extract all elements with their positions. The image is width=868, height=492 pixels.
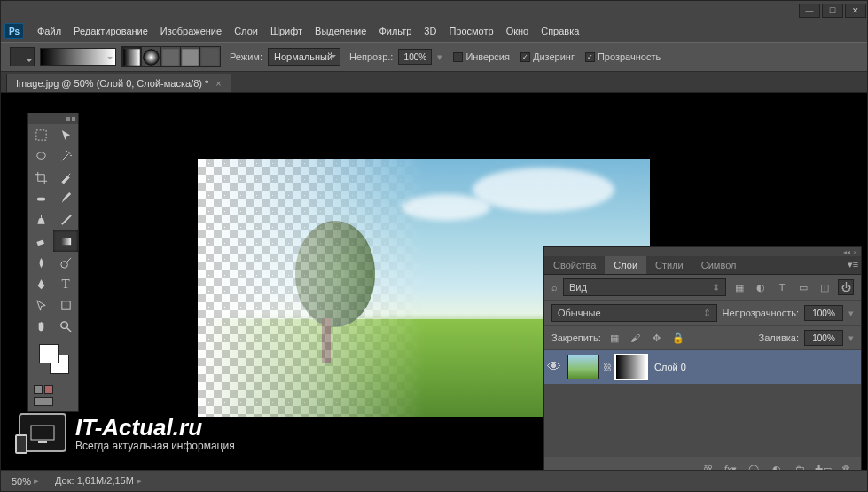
quick-mask-toggle[interactable] — [28, 383, 78, 395]
adjustment-layer-icon[interactable]: ◐ — [769, 461, 785, 470]
minimize-button[interactable]: — — [799, 4, 820, 18]
reverse-checkbox[interactable]: Инверсия — [453, 51, 510, 62]
transparency-checkbox[interactable]: ✓ Прозрачность — [585, 51, 661, 62]
tab-symbol[interactable]: Символ — [692, 256, 746, 274]
filter-pixel-icon[interactable]: ▦ — [731, 279, 747, 295]
workspace: T ◂◂× — [1, 93, 867, 470]
layer-effects-icon[interactable]: fx▾ — [723, 461, 739, 470]
opacity-value[interactable]: 100% — [398, 49, 432, 65]
menu-help[interactable]: Справка — [535, 23, 585, 39]
gradient-reflected-button[interactable] — [181, 47, 200, 66]
tab-layers[interactable]: Слои — [605, 256, 646, 274]
layer-name[interactable]: Слой 0 — [654, 362, 686, 372]
gradient-preview[interactable] — [40, 48, 116, 66]
eraser-tool[interactable] — [28, 230, 53, 252]
tab-styles[interactable]: Стили — [646, 256, 692, 274]
gradient-diamond-button[interactable] — [200, 47, 220, 66]
menu-select[interactable]: Выделение — [309, 23, 372, 39]
fill-label: Заливка: — [759, 332, 799, 343]
titlebar: — ☐ ✕ — [1, 1, 867, 20]
link-layers-icon[interactable]: ⛓ — [700, 461, 716, 470]
menu-file[interactable]: Файл — [31, 23, 67, 39]
blend-mode-dropdown[interactable]: Обычные⇕ — [551, 304, 717, 322]
new-group-icon[interactable]: 🗀 — [792, 461, 808, 470]
magic-wand-tool[interactable] — [53, 145, 78, 167]
hand-tool[interactable] — [28, 316, 53, 337]
type-tool[interactable]: T — [53, 273, 78, 294]
filter-smart-icon[interactable]: ◫ — [817, 279, 833, 295]
fill-value[interactable]: 100% — [804, 330, 843, 346]
path-select-tool[interactable] — [28, 294, 53, 316]
layer-thumbnail[interactable] — [567, 355, 599, 379]
filter-type-icon[interactable]: T — [774, 279, 790, 295]
lock-all-icon[interactable]: 🔒 — [670, 330, 686, 346]
lock-position-icon[interactable]: ✥ — [649, 330, 665, 346]
svg-point-6 — [36, 152, 44, 159]
brush-tool[interactable] — [53, 188, 78, 209]
filter-shape-icon[interactable]: ▭ — [795, 279, 811, 295]
document-tab[interactable]: Image.jpg @ 50% (Слой 0, Слой-маска/8) *… — [6, 74, 231, 92]
menu-edit[interactable]: Редактирование — [67, 23, 154, 39]
menu-type[interactable]: Шрифт — [264, 23, 309, 39]
filter-toggle-icon[interactable]: ⏻ — [838, 279, 854, 295]
healing-tool[interactable] — [28, 188, 53, 209]
foreground-color-swatch[interactable] — [39, 344, 59, 363]
gradient-radial-button[interactable] — [142, 47, 161, 66]
gradient-tool[interactable] — [53, 230, 78, 252]
svg-rect-7 — [36, 197, 44, 200]
lasso-tool[interactable] — [28, 145, 53, 167]
panel-header[interactable]: ◂◂× — [544, 247, 861, 256]
color-swatches[interactable] — [34, 339, 73, 381]
mask-link-icon[interactable]: ⛓ — [603, 363, 612, 372]
dodge-tool[interactable] — [53, 252, 78, 273]
menu-3d[interactable]: 3D — [418, 23, 442, 39]
visibility-toggle-icon[interactable]: 👁 — [544, 359, 564, 375]
app-logo[interactable]: Ps — [4, 23, 24, 39]
watermark-subtitle: Всегда актуальная информация — [75, 440, 235, 452]
add-mask-icon[interactable]: ◯ — [746, 461, 762, 470]
clone-stamp-tool[interactable] — [28, 209, 53, 230]
svg-rect-5 — [35, 129, 45, 139]
panel-close-icon[interactable]: × — [853, 248, 857, 256]
eyedropper-tool[interactable] — [53, 167, 78, 188]
tools-panel-header[interactable] — [28, 113, 78, 124]
move-tool[interactable] — [53, 124, 78, 145]
search-icon: ⌕ — [551, 282, 558, 293]
maximize-button[interactable]: ☐ — [822, 4, 843, 18]
panel-menu-icon[interactable]: ▾≡ — [845, 256, 861, 272]
crop-tool[interactable] — [28, 167, 53, 188]
gradient-angle-button[interactable] — [161, 47, 181, 66]
menu-filter[interactable]: Фильтр — [372, 23, 418, 39]
menu-view[interactable]: Просмотр — [442, 23, 499, 39]
pen-tool[interactable] — [28, 273, 53, 294]
tab-properties[interactable]: Свойства — [544, 256, 605, 274]
zoom-indicator[interactable]: 50%▸ — [12, 475, 39, 487]
lock-transparency-icon[interactable]: ▦ — [606, 330, 622, 346]
screen-mode-toggle[interactable] — [28, 395, 78, 408]
doc-size-indicator[interactable]: Док: 1,61M/2,15M ▸ — [55, 475, 142, 487]
shape-tool[interactable] — [53, 294, 78, 316]
mask-thumbnail[interactable] — [615, 355, 647, 379]
blur-tool[interactable] — [28, 252, 53, 273]
gradient-type-group — [121, 46, 221, 67]
menu-image[interactable]: Изображение — [154, 23, 228, 39]
menu-window[interactable]: Окно — [500, 23, 536, 39]
gradient-linear-button[interactable] — [122, 47, 142, 66]
marquee-tool[interactable] — [28, 124, 53, 145]
document-tab-close-icon[interactable]: × — [215, 78, 221, 89]
close-button[interactable]: ✕ — [845, 4, 866, 18]
tool-preset-picker[interactable] — [10, 47, 35, 66]
menu-layers[interactable]: Слои — [228, 23, 264, 39]
filter-adjust-icon[interactable]: ◐ — [753, 279, 769, 295]
filter-type-dropdown[interactable]: Вид⇕ — [563, 278, 726, 296]
layer-opacity-value[interactable]: 100% — [804, 305, 843, 321]
lock-pixels-icon[interactable]: 🖌 — [628, 330, 644, 346]
dither-checkbox[interactable]: ✓ Дизеринг — [520, 51, 575, 62]
new-layer-icon[interactable]: ✚▭ — [815, 461, 831, 470]
panel-collapse-icon[interactable]: ◂◂ — [843, 248, 850, 256]
delete-layer-icon[interactable]: 🗑 — [838, 461, 854, 470]
history-brush-tool[interactable] — [53, 209, 78, 230]
zoom-tool[interactable] — [53, 316, 78, 337]
layer-row[interactable]: 👁 ⛓ Слой 0 — [544, 350, 861, 384]
mode-dropdown[interactable]: Нормальный — [268, 48, 340, 66]
